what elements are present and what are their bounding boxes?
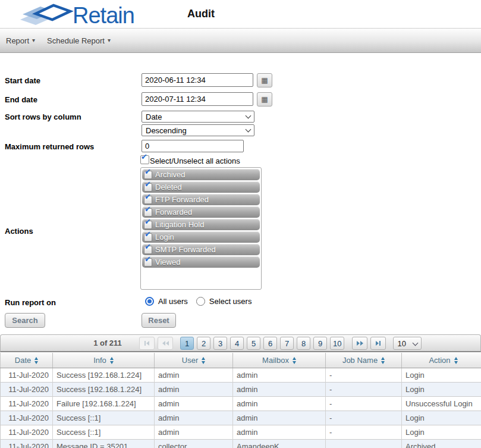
action-item-label: Viewed	[155, 258, 180, 267]
radio-option[interactable]: Select users	[196, 297, 252, 306]
radio-option-label: Select users	[209, 297, 252, 306]
radio-icon[interactable]	[196, 297, 205, 306]
column-header-action[interactable]: Action	[402, 353, 481, 368]
page-size-select[interactable]: 10	[393, 337, 422, 350]
cell: Archived	[402, 440, 481, 448]
reset-button[interactable]: Reset	[142, 313, 176, 328]
checkbox-icon: ✔	[144, 208, 152, 217]
cell: -	[326, 425, 402, 440]
page-button-5[interactable]: 5	[247, 337, 260, 350]
action-item-label: Litigation Hold	[155, 220, 204, 229]
end-date-input[interactable]	[142, 92, 253, 106]
logo-text: Retain	[73, 3, 134, 27]
menu-schedule-report[interactable]: Schedule Report ▾	[47, 36, 111, 45]
cell: admin	[233, 397, 326, 411]
action-item-label: SMTP Forwarded	[155, 245, 216, 254]
sort-column-select[interactable]: Date	[142, 111, 254, 123]
column-header-user[interactable]: User	[155, 353, 233, 368]
chevron-down-icon	[413, 340, 419, 346]
cell: 11-Jul-2020	[1, 383, 53, 397]
next-page-button[interactable]	[352, 337, 367, 350]
action-item[interactable]: ✔SMTP Forwarded	[142, 244, 260, 255]
sort-icon	[110, 357, 114, 364]
cell: admin	[233, 411, 326, 425]
column-header-mailbox[interactable]: Mailbox	[233, 353, 326, 368]
column-header-info[interactable]: Info	[53, 353, 155, 368]
cell: admin	[233, 383, 326, 397]
action-item[interactable]: ✔Archived	[142, 169, 260, 180]
radio-icon[interactable]	[145, 297, 154, 306]
page-button-7[interactable]: 7	[280, 337, 294, 350]
action-item[interactable]: ✔FTP Forwarded	[142, 194, 260, 205]
page-button-4[interactable]: 4	[230, 337, 244, 350]
search-button[interactable]: Search	[5, 313, 45, 328]
action-item[interactable]: ✔Litigation Hold	[142, 219, 260, 230]
column-header-label: User	[182, 356, 198, 365]
page-button-3[interactable]: 3	[213, 337, 227, 350]
sort-column-value: Date	[146, 112, 246, 121]
check-icon: ✔	[141, 153, 147, 161]
table-row[interactable]: 11-Jul-2020Failure [192.168.1.224]admina…	[1, 397, 481, 411]
calendar-icon: ▦	[261, 77, 268, 84]
cell: 11-Jul-2020	[1, 440, 53, 448]
table-row[interactable]: 11-Jul-2020Success [192.168.1.224]admina…	[1, 368, 481, 383]
cell: 11-Jul-2020	[1, 368, 53, 383]
column-header-label: Job Name	[342, 356, 378, 365]
table-row[interactable]: 11-Jul-2020Success [::1]adminadmin-Login	[1, 425, 481, 440]
last-page-button[interactable]	[370, 337, 386, 350]
select-all-checkbox[interactable]: ✔	[140, 155, 149, 164]
cell: -	[326, 383, 402, 397]
first-page-button[interactable]	[139, 337, 155, 350]
action-item[interactable]: ✔Forwarded	[142, 206, 260, 218]
first-page-icon	[144, 341, 149, 346]
column-header-job-name[interactable]: Job Name	[326, 353, 402, 368]
radio-dot	[147, 299, 152, 303]
page-button-1[interactable]: 1	[180, 337, 194, 350]
audit-page: Retain Audit Report ▾ Schedule Report ▾ …	[0, 0, 481, 448]
previous-page-icon	[162, 341, 169, 346]
table-row[interactable]: 11-Jul-2020Message ID = 35201collectorAm…	[1, 440, 481, 448]
check-icon: ✔	[144, 243, 151, 250]
end-date-calendar-button[interactable]: ▦	[257, 92, 272, 106]
column-header-label: Date	[15, 356, 31, 365]
cell: 11-Jul-2020	[1, 397, 53, 411]
checkbox-icon: ✔	[144, 233, 152, 242]
column-header-date[interactable]: Date	[1, 353, 53, 368]
start-date-calendar-button[interactable]: ▦	[257, 73, 272, 87]
menu-report[interactable]: Report ▾	[6, 36, 35, 45]
page-button-8[interactable]: 8	[297, 337, 310, 350]
max-rows-input[interactable]	[142, 140, 244, 152]
actions-label: Actions	[5, 227, 33, 236]
table-row[interactable]: 11-Jul-2020Success [192.168.1.224]admina…	[1, 383, 481, 397]
column-header-label: Info	[93, 356, 106, 365]
page-button-2[interactable]: 2	[197, 337, 210, 350]
table-row[interactable]: 11-Jul-2020Success [::1]adminadmin-Login	[1, 411, 481, 425]
check-icon: ✔	[144, 205, 151, 213]
cell: -	[326, 411, 402, 425]
previous-page-button[interactable]	[158, 337, 173, 350]
cell: Unsuccessful Login	[402, 397, 481, 411]
action-item[interactable]: ✔Deleted	[142, 181, 260, 193]
check-icon: ✔	[144, 180, 151, 188]
page-button-9[interactable]: 9	[313, 337, 327, 350]
sort-direction-select[interactable]: Descending	[142, 124, 254, 136]
radio-option[interactable]: All users	[145, 297, 188, 306]
start-date-label: Start date	[5, 76, 40, 85]
cell: admin	[233, 425, 326, 440]
start-date-input[interactable]	[142, 73, 253, 87]
page-button-6[interactable]: 6	[263, 337, 277, 350]
cell: Success [192.168.1.224]	[53, 383, 155, 397]
paginator-controls: 12345678910 10	[139, 337, 422, 350]
page-button-10[interactable]: 10	[330, 337, 344, 350]
last-page-icon	[376, 341, 381, 346]
cell: Success [::1]	[53, 411, 155, 425]
action-item[interactable]: ✔Login	[142, 231, 260, 243]
paginator: 1 of 211 12345678910 10	[0, 334, 481, 352]
page-buttons: 12345678910	[180, 337, 344, 350]
cell: admin	[155, 368, 233, 383]
cell: Success [192.168.1.224]	[53, 368, 155, 383]
action-item[interactable]: ✔Viewed	[142, 256, 260, 268]
cell: -	[326, 368, 402, 383]
sort-icon	[293, 357, 296, 364]
menubar: Report ▾ Schedule Report ▾	[0, 29, 481, 53]
